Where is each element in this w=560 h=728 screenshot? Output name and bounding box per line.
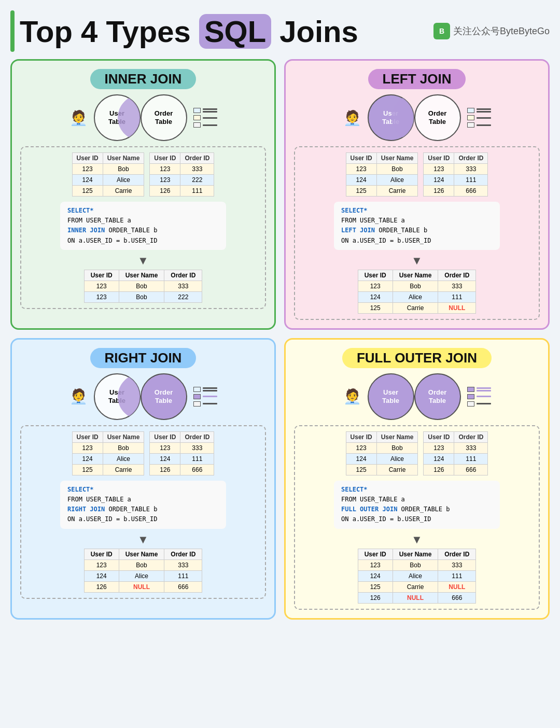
user-table-full: User IDUser Name 123Bob 124Alice 125Carr… xyxy=(346,431,418,475)
order-table-right: User IDOrder ID 123333 124111 126666 xyxy=(149,431,214,475)
left-circle-full: UserTable xyxy=(368,373,414,420)
inner-join-result: User IDUser NameOrder ID 123Bob333 123Bo… xyxy=(84,270,203,303)
legend-icons-left xyxy=(467,108,491,128)
right-join-arrow: ▼ xyxy=(26,533,260,547)
green-bar-decoration xyxy=(10,10,15,52)
right-join-card: RIGHT JOIN 🧑‍💼 UserTable OrderTable xyxy=(10,338,276,620)
full-outer-arrow: ▼ xyxy=(300,533,534,547)
full-outer-result: User IDUser NameOrder ID 123Bob333 124Al… xyxy=(358,549,477,604)
inner-join-title: INNER JOIN xyxy=(90,69,197,89)
right-circle-white: OrderTable xyxy=(414,94,461,141)
right-join-title: RIGHT JOIN xyxy=(90,348,197,368)
left-circle-filled: UserTable xyxy=(368,94,414,141)
order-table-left: User IDOrder ID 123333 124111 126666 xyxy=(423,152,488,197)
right-circle: OrderTable xyxy=(141,94,187,141)
inner-join-arrow: ▼ xyxy=(26,254,260,268)
page-title: Top 4 Types SQL Joins xyxy=(20,14,358,49)
inner-join-venn: 🧑‍💼 UserTable OrderTable xyxy=(20,94,266,141)
inner-join-data-area: User IDUser Name 123Bob 124Alice 125Carr… xyxy=(20,146,266,309)
right-join-tables: User IDUser Name 123Bob 124Alice 125Carr… xyxy=(26,431,260,475)
left-join-result: User IDUser NameOrder ID 123Bob333 124Al… xyxy=(358,270,477,314)
joins-grid: INNER JOIN 🧑‍💼 UserTable OrderTable xyxy=(10,59,550,620)
full-outer-tables: User IDUser Name 123Bob 124Alice 125Carr… xyxy=(300,431,534,475)
right-circle-filled: OrderTable xyxy=(141,373,187,420)
brand-icon: B xyxy=(433,23,450,39)
user-table: User IDUser Name 123Bob 124Alice 125Carr… xyxy=(72,152,145,197)
full-outer-join-card: FULL OUTER JOIN 🧑‍💼 UserTable OrderTable xyxy=(284,338,550,620)
left-join-venn: 🧑‍💼 UserTable OrderTable xyxy=(294,94,540,141)
left-join-card: LEFT JOIN 🧑‍💼 UserTable OrderTable xyxy=(284,59,550,330)
full-outer-venn-circles: UserTable OrderTable xyxy=(368,373,461,420)
full-outer-sql: SELECT* FROM USER_TABLE a FULL OUTER JOI… xyxy=(334,481,500,529)
person-icon-full: 🧑‍💼 xyxy=(343,388,361,405)
right-join-venn: 🧑‍💼 UserTable OrderTable xyxy=(20,373,266,420)
brand-label: B 关注公众号ByteByteGo xyxy=(433,23,550,39)
right-join-result: User IDUser NameOrder ID 123Bob333 124Al… xyxy=(84,549,203,593)
user-table-left: User IDUser Name 123Bob 124Alice 125Carr… xyxy=(346,152,418,197)
order-table: User IDOrder ID 123333 123222 126111 xyxy=(149,152,214,197)
order-table-full: User IDOrder ID 123333 124111 126666 xyxy=(423,431,488,475)
person-icon-right: 🧑‍💼 xyxy=(69,388,88,405)
left-join-sql: SELECT* FROM USER_TABLE a LEFT JOIN ORDE… xyxy=(334,202,500,250)
left-join-venn-circles: UserTable OrderTable xyxy=(368,94,461,141)
right-join-data-area: User IDUser Name 123Bob 124Alice 125Carr… xyxy=(20,425,266,599)
right-circle-full: OrderTable xyxy=(414,373,461,420)
left-join-data-area: User IDUser Name 123Bob 124Alice 125Carr… xyxy=(294,146,540,320)
legend-icons-right xyxy=(193,387,217,407)
inner-join-venn-circles: UserTable OrderTable xyxy=(94,94,187,141)
full-outer-data-area: User IDUser Name 123Bob 124Alice 125Carr… xyxy=(294,425,540,610)
right-join-sql: SELECT* FROM USER_TABLE a RIGHT JOIN ORD… xyxy=(60,481,226,529)
left-circle: UserTable xyxy=(94,94,141,141)
left-join-tables: User IDUser Name 123Bob 124Alice 125Carr… xyxy=(300,152,534,197)
inner-join-sql: SELECT* FROM USER_TABLE a INNER JOIN ORD… xyxy=(60,202,226,250)
legend-icons-full xyxy=(467,387,491,407)
inner-join-tables: User IDUser Name 123Bob 124Alice 125Carr… xyxy=(26,152,260,197)
left-circle-white: UserTable xyxy=(94,373,141,420)
inner-join-card: INNER JOIN 🧑‍💼 UserTable OrderTable xyxy=(10,59,276,330)
left-join-arrow: ▼ xyxy=(300,254,534,268)
page-header: Top 4 Types SQL Joins B 关注公众号ByteByteGo xyxy=(10,10,550,52)
right-join-venn-circles: UserTable OrderTable xyxy=(94,373,187,420)
left-join-title: LEFT JOIN xyxy=(368,69,466,89)
full-outer-venn: 🧑‍💼 UserTable OrderTable xyxy=(294,373,540,420)
person-icon: 🧑‍💼 xyxy=(69,109,88,127)
legend-icons xyxy=(193,108,217,128)
user-table-right: User IDUser Name 123Bob 124Alice 125Carr… xyxy=(72,431,145,475)
person-icon-left: 🧑‍💼 xyxy=(343,109,361,127)
full-outer-join-title: FULL OUTER JOIN xyxy=(342,348,492,368)
